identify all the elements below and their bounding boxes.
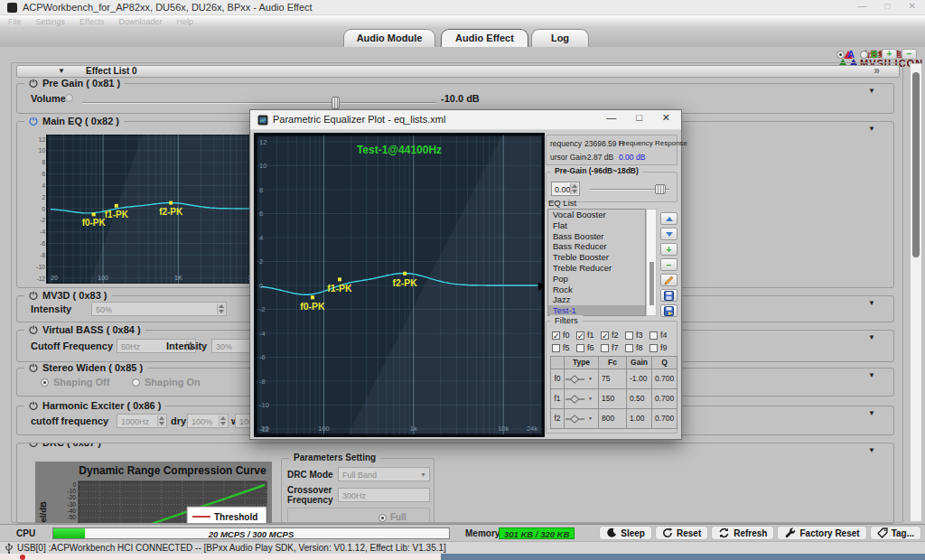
mv3d-intensity-input[interactable]: 50% <box>91 302 227 316</box>
checkbox-icon[interactable] <box>601 344 609 352</box>
eq-list-box[interactable]: Vocal BoosterFlatBass BoosterBass Reduce… <box>547 209 646 316</box>
tag-button[interactable]: Tag... <box>870 526 921 540</box>
filter-gain-cell[interactable]: 1.00 <box>627 409 651 428</box>
power-icon[interactable] <box>29 291 38 300</box>
volume-slider-handle[interactable] <box>332 97 340 109</box>
checkbox-icon[interactable] <box>625 344 633 352</box>
section-dropdown-icon[interactable]: ▼ <box>868 299 875 307</box>
minimize-button[interactable]: — <box>858 1 867 11</box>
dialog-title-bar[interactable]: Parametric Equalizer Plot - eq_lists.xml… <box>250 110 681 130</box>
checkbox-icon[interactable]: ✓ <box>576 331 584 340</box>
eq-list-item-rock[interactable]: Rock <box>548 285 645 295</box>
menu-file[interactable]: File <box>8 17 22 26</box>
export-preset-button[interactable] <box>660 304 677 317</box>
dialog-minimize-button[interactable]: — <box>606 112 616 124</box>
checkbox-icon[interactable] <box>625 331 633 340</box>
eq-list-item-flat[interactable]: Flat <box>548 220 645 231</box>
filter-checkbox-f0[interactable]: ✓f0 <box>552 329 576 341</box>
checkbox-icon[interactable] <box>649 331 658 340</box>
pre-gain-slider-handle[interactable] <box>655 184 666 194</box>
volume-slider-track[interactable] <box>82 102 436 104</box>
add-preset-button[interactable]: + <box>660 243 677 256</box>
maximize-button[interactable]: □ <box>885 1 891 11</box>
power-icon[interactable] <box>29 117 38 126</box>
dialog-maximize-button[interactable]: □ <box>636 112 642 124</box>
eq-list-scrollbar[interactable] <box>646 209 657 316</box>
filter-checkbox-f9[interactable]: f9 <box>649 341 674 354</box>
filter-checkbox-f6[interactable]: f6 <box>576 341 601 354</box>
checkbox-icon[interactable]: ✓ <box>601 331 609 340</box>
pre-gain-input[interactable]: 0.00 <box>551 182 580 196</box>
save-preset-button[interactable] <box>660 289 677 302</box>
remove-button[interactable]: − <box>902 49 917 60</box>
sleep-button[interactable]: Sleep <box>599 526 652 540</box>
reset-button[interactable]: Reset <box>655 526 708 540</box>
expand-chevrons-icon[interactable]: » <box>874 64 879 77</box>
power-icon[interactable] <box>29 79 38 88</box>
drc-mode-select[interactable]: Full Band ▼ <box>338 467 430 481</box>
filter-gain-cell[interactable]: -1.00 <box>627 369 651 388</box>
checkbox-icon[interactable]: ✓ <box>552 331 560 340</box>
filter-fc-cell[interactable]: 800 <box>599 409 626 428</box>
filter-checkbox-f2[interactable]: ✓f2 <box>601 329 625 341</box>
eq-list-item-treble-reducer[interactable]: Treble Reducer <box>548 263 645 274</box>
add-button[interactable]: + <box>882 49 897 60</box>
filter-checkbox-f7[interactable]: f7 <box>601 341 625 354</box>
power-icon[interactable] <box>29 363 38 372</box>
section-dropdown-icon[interactable]: ▼ <box>868 333 875 341</box>
plot-cursor-icon[interactable] <box>538 282 545 291</box>
filter-q-cell[interactable]: 0.700 <box>652 369 677 388</box>
shaping-off-radio[interactable] <box>41 378 49 387</box>
checkbox-icon[interactable] <box>649 344 658 352</box>
he-cutoff-input[interactable]: 1000Hz <box>117 414 167 428</box>
close-button[interactable]: ✕ <box>909 1 916 11</box>
power-icon[interactable] <box>29 325 38 334</box>
effect-list-header[interactable]: ▼ Effect List 0 » <box>16 65 900 78</box>
filter-type-dropdown[interactable]: ▼ <box>565 369 598 388</box>
move-down-button[interactable] <box>660 228 677 240</box>
eq-list-item-vocal-booster[interactable]: Vocal Booster <box>548 210 645 220</box>
filter-checkbox-f5[interactable]: f5 <box>552 341 576 354</box>
menu-settings[interactable]: Settings <box>36 17 66 26</box>
dry-input[interactable]: 100% <box>187 414 229 428</box>
collapse-icon[interactable]: ▼ <box>58 67 65 75</box>
dialog-eq-plot[interactable]: f0-PKf1-PKf2-PK121086420-2-4-6-8-10-1220… <box>257 135 542 434</box>
shaping-on-radio[interactable] <box>132 378 140 387</box>
section-dropdown-icon[interactable]: ▼ <box>868 409 875 417</box>
menu-downloader[interactable]: Downloader <box>118 17 162 26</box>
section-dropdown-icon[interactable]: ▼ <box>868 125 875 133</box>
eq-list-scrollbar-thumb[interactable] <box>649 262 654 305</box>
section-dropdown-icon[interactable]: ▼ <box>868 87 875 95</box>
tab-audio-module[interactable]: Audio Module <box>343 29 435 47</box>
eq-list-item-pop[interactable]: Pop <box>548 274 645 285</box>
checkbox-icon[interactable] <box>576 344 584 352</box>
full-band-radio[interactable] <box>378 514 387 522</box>
spinner-arrows-icon[interactable] <box>157 415 165 426</box>
vertical-scrollbar[interactable] <box>910 63 922 522</box>
filter-type-dropdown[interactable]: ▼ <box>565 409 598 428</box>
remove-preset-button[interactable]: − <box>660 258 677 271</box>
section-dropdown-icon[interactable]: ▼ <box>868 371 875 379</box>
filter-q-cell[interactable]: 0.700 <box>652 389 677 408</box>
radio-a[interactable] <box>836 51 845 59</box>
dialog-close-button[interactable]: ✕ <box>662 112 670 124</box>
checkbox-icon[interactable] <box>552 344 560 352</box>
filter-checkbox-f4[interactable]: f4 <box>649 329 674 341</box>
filter-fc-cell[interactable]: 150 <box>599 389 626 408</box>
spinner-arrows-icon[interactable] <box>217 303 225 314</box>
filter-gain-cell[interactable]: 0.50 <box>627 389 651 408</box>
radio-b[interactable] <box>860 51 868 59</box>
section-dropdown-icon[interactable]: ▼ <box>868 446 875 454</box>
spinner-arrows-icon[interactable] <box>219 415 227 426</box>
eq-list-item-bass-booster[interactable]: Bass Booster <box>548 231 645 242</box>
filter-checkbox-f8[interactable]: f8 <box>625 341 649 354</box>
tab-log[interactable]: Log <box>531 29 589 47</box>
main-eq-plot[interactable]: f0-PKf1-PKf2-PK121086420-2-4-6-8-10-1220… <box>35 135 285 284</box>
crossover-frequency-input[interactable]: 300Hz <box>338 488 430 502</box>
power-icon[interactable] <box>29 443 38 447</box>
edit-preset-button[interactable] <box>660 274 677 286</box>
menu-effects[interactable]: Effects <box>79 17 104 26</box>
power-icon[interactable] <box>29 401 38 410</box>
factory-reset-button[interactable]: Factory Reset <box>777 526 866 540</box>
scrollbar-thumb[interactable] <box>912 72 920 257</box>
